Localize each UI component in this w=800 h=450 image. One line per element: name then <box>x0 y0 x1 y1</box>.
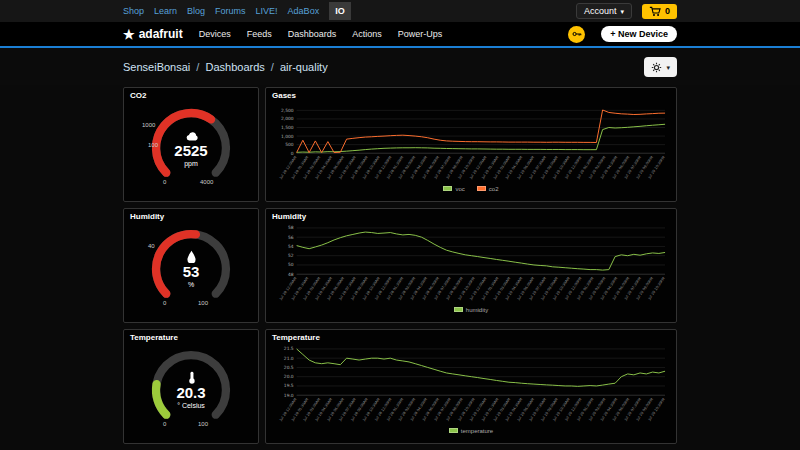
gauge-value: 20.3 <box>176 385 205 402</box>
topbar-link-learn[interactable]: Learn <box>154 6 177 16</box>
legend-humidity[interactable]: humidity <box>454 307 488 313</box>
gauge-value: 2525 <box>174 143 207 160</box>
temperature-line-chart: 19.019.520.020.521.021.5Jul 28 12:00AMJu… <box>272 344 670 427</box>
panel-title: Temperature <box>272 334 670 342</box>
cloud-icon <box>185 129 198 142</box>
svg-text:20.0: 20.0 <box>284 374 294 379</box>
panel-title: Gases <box>272 92 670 100</box>
svg-text:500: 500 <box>285 142 294 147</box>
gases-chart: 05001,0001,5002,0002,500Jul 28 12:00AMJu… <box>272 102 670 185</box>
topbar-link-live[interactable]: LIVE! <box>256 6 278 16</box>
new-device-button[interactable]: + New Device <box>601 26 677 42</box>
gases-legend: vocco2 <box>272 185 670 193</box>
gauge-readout: 2525ppm <box>145 102 237 194</box>
temperature-chart-panel[interactable]: Temperature 19.019.520.020.521.021.5Jul … <box>265 329 677 444</box>
gauge-scale-label: 40 <box>148 243 155 249</box>
dashboard-settings-button[interactable]: ▾ <box>644 57 677 77</box>
svg-text:50: 50 <box>288 262 294 267</box>
io-tab[interactable]: IO <box>329 2 351 20</box>
humidity-gauge-panel[interactable]: Humidity 53%400100 <box>123 208 259 323</box>
humidity-chart: 485052545658Jul 28 12:00AMJul 28 01:30AM… <box>272 223 670 306</box>
legend-swatch <box>454 307 463 312</box>
topbar-link-blog[interactable]: Blog <box>187 6 205 16</box>
adafruit-io-dashboard-page: Shop Learn Blog Forums LIVE! AdaBox IO A… <box>0 0 800 450</box>
gauge-scale-label: 100 <box>148 142 158 148</box>
breadcrumb-bar: SenseiBonsai / Dashboards / air-quality … <box>0 48 800 85</box>
brand-name: adafruit <box>139 27 183 41</box>
svg-text:19.5: 19.5 <box>284 383 294 388</box>
svg-text:2,500: 2,500 <box>281 108 294 113</box>
svg-text:21.0: 21.0 <box>284 356 294 361</box>
gauge-scale-label: 100 <box>198 421 208 427</box>
topbar-link-shop[interactable]: Shop <box>123 6 144 16</box>
caret-down-icon: ▾ <box>666 64 670 71</box>
cart-count: 0 <box>665 6 670 16</box>
breadcrumb-dashboard-name: air-quality <box>280 61 328 73</box>
svg-text:20.5: 20.5 <box>284 365 294 370</box>
svg-text:58: 58 <box>288 225 294 230</box>
gauge-scale-label: 4000 <box>200 179 213 185</box>
svg-text:19.0: 19.0 <box>284 393 294 398</box>
breadcrumb-separator: / <box>271 61 274 73</box>
temperature-legend: temperature <box>272 427 670 435</box>
panel-title: Humidity <box>130 213 252 221</box>
temperature-gauge-panel[interactable]: Temperature 20.3° Celsius0100 <box>123 329 259 444</box>
gauge-scale-label: 1000 <box>142 122 155 128</box>
legend-swatch <box>449 428 458 433</box>
breadcrumb-dashboards[interactable]: Dashboards <box>205 61 264 73</box>
main-nav: ★ adafruit Devices Feeds Dashboards Acti… <box>0 22 800 46</box>
temperature-gauge: 20.3° Celsius0100 <box>145 344 237 436</box>
panel-title: CO2 <box>130 92 252 100</box>
gauge-scale-label: 100 <box>198 300 208 306</box>
humidity-gauge: 53%400100 <box>145 223 237 315</box>
gauge-value: 53 <box>183 264 200 281</box>
legend-swatch <box>443 186 452 191</box>
legend-co2[interactable]: co2 <box>477 186 499 192</box>
gauge-scale-label: 0 <box>163 300 166 306</box>
legend-swatch <box>477 186 486 191</box>
humidity-legend: humidity <box>272 306 670 314</box>
gases-chart-panel[interactable]: Gases 05001,0001,5002,0002,500Jul 28 12:… <box>265 87 677 202</box>
topbar-link-adabox[interactable]: AdaBox <box>288 6 320 16</box>
adafruit-logo[interactable]: ★ adafruit <box>123 27 183 41</box>
legend-temperature[interactable]: temperature <box>449 428 493 434</box>
api-key-button[interactable] <box>568 26 585 43</box>
droplet-icon <box>185 250 198 263</box>
account-label: Account <box>584 6 617 16</box>
svg-text:56: 56 <box>288 235 294 240</box>
gear-icon <box>651 62 662 73</box>
cart-button[interactable]: 0 <box>642 4 677 19</box>
nav-item-actions[interactable]: Actions <box>352 29 382 39</box>
nav-item-feeds[interactable]: Feeds <box>247 29 272 39</box>
gauge-scale-label: 0 <box>163 179 166 185</box>
humidity-chart-panel[interactable]: Humidity 485052545658Jul 28 12:00AMJul 2… <box>265 208 677 323</box>
temperature-chart: 19.019.520.020.521.021.5Jul 28 12:00AMJu… <box>272 344 670 427</box>
breadcrumb-username[interactable]: SenseiBonsai <box>123 61 190 73</box>
top-utility-bar: Shop Learn Blog Forums LIVE! AdaBox IO A… <box>0 0 800 22</box>
gauge-readout: 20.3° Celsius <box>145 344 237 436</box>
nav-item-dashboards[interactable]: Dashboards <box>288 29 337 39</box>
co2-gauge: 2525ppm100010004000 <box>145 102 237 194</box>
topbar-link-forums[interactable]: Forums <box>215 6 246 16</box>
breadcrumb: SenseiBonsai / Dashboards / air-quality <box>123 61 328 73</box>
gases-line-chart: 05001,0001,5002,0002,500Jul 28 12:00AMJu… <box>272 102 670 185</box>
breadcrumb-separator: / <box>196 61 199 73</box>
nav-item-devices[interactable]: Devices <box>199 29 231 39</box>
svg-text:1,500: 1,500 <box>281 125 294 130</box>
svg-text:21.5: 21.5 <box>284 346 294 351</box>
caret-down-icon: ▾ <box>620 8 624 15</box>
svg-text:2,000: 2,000 <box>281 116 294 121</box>
gauge-readout: 53% <box>145 223 237 315</box>
svg-text:48: 48 <box>288 272 294 277</box>
gauge-unit: ° Celsius <box>177 402 205 409</box>
nav-item-powerups[interactable]: Power-Ups <box>398 29 443 39</box>
gauge-unit: % <box>188 281 194 288</box>
legend-voc[interactable]: voc <box>443 186 464 192</box>
gauge-scale-label: 0 <box>163 421 166 427</box>
dashboard-area: CO2 2525ppm100010004000 Gases 05001,0001… <box>0 85 800 450</box>
key-icon <box>572 29 582 39</box>
account-button[interactable]: Account ▾ <box>576 3 632 19</box>
panel-title: Humidity <box>272 213 670 221</box>
star-icon: ★ <box>123 28 135 41</box>
co2-gauge-panel[interactable]: CO2 2525ppm100010004000 <box>123 87 259 202</box>
